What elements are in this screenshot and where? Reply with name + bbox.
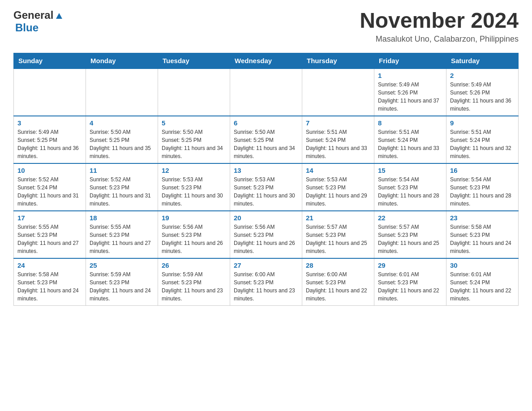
day-number: 9: [450, 119, 515, 127]
calendar-cell: 3Sunrise: 5:49 AM Sunset: 5:25 PM Daylig…: [14, 116, 86, 163]
day-number: 1: [378, 72, 442, 79]
calendar-cell: 26Sunrise: 5:59 AM Sunset: 5:23 PM Dayli…: [158, 258, 230, 306]
calendar-cell: 11Sunrise: 5:52 AM Sunset: 5:23 PM Dayli…: [86, 163, 158, 211]
calendar-week-row: 1Sunrise: 5:49 AM Sunset: 5:26 PM Daylig…: [14, 68, 519, 116]
calendar-cell: [158, 68, 230, 116]
day-number: 17: [17, 214, 82, 222]
day-info: Sunrise: 5:50 AM Sunset: 5:25 PM Dayligh…: [90, 128, 154, 160]
calendar-cell: 6Sunrise: 5:50 AM Sunset: 5:25 PM Daylig…: [230, 116, 302, 163]
day-number: 2: [450, 72, 515, 79]
calendar-cell: 21Sunrise: 5:57 AM Sunset: 5:23 PM Dayli…: [302, 211, 374, 258]
calendar-cell: 19Sunrise: 5:56 AM Sunset: 5:23 PM Dayli…: [158, 211, 230, 258]
day-number: 19: [162, 214, 226, 222]
calendar-cell: 22Sunrise: 5:57 AM Sunset: 5:23 PM Dayli…: [374, 211, 446, 258]
calendar-cell: 20Sunrise: 5:56 AM Sunset: 5:23 PM Dayli…: [230, 211, 302, 258]
day-info: Sunrise: 5:57 AM Sunset: 5:23 PM Dayligh…: [378, 223, 442, 255]
calendar-cell: 23Sunrise: 5:58 AM Sunset: 5:23 PM Dayli…: [446, 211, 519, 258]
day-number: 25: [90, 261, 154, 269]
logo: General Blue: [13, 9, 64, 34]
calendar-cell: 29Sunrise: 6:01 AM Sunset: 5:23 PM Dayli…: [374, 258, 446, 306]
calendar-cell: 12Sunrise: 5:53 AM Sunset: 5:23 PM Dayli…: [158, 163, 230, 211]
day-number: 15: [378, 167, 442, 174]
calendar-cell: [302, 68, 374, 116]
calendar-day-header: Tuesday: [158, 53, 230, 68]
day-info: Sunrise: 5:52 AM Sunset: 5:24 PM Dayligh…: [17, 176, 82, 208]
day-info: Sunrise: 5:50 AM Sunset: 5:25 PM Dayligh…: [234, 128, 298, 160]
day-number: 6: [234, 119, 298, 127]
calendar-cell: 24Sunrise: 5:58 AM Sunset: 5:23 PM Dayli…: [14, 258, 86, 306]
calendar-cell: 14Sunrise: 5:53 AM Sunset: 5:23 PM Dayli…: [302, 163, 374, 211]
calendar-week-row: 10Sunrise: 5:52 AM Sunset: 5:24 PM Dayli…: [14, 163, 519, 211]
calendar-day-header: Thursday: [302, 53, 374, 68]
day-number: 14: [306, 167, 370, 174]
day-number: 11: [90, 167, 154, 174]
calendar-cell: [230, 68, 302, 116]
day-number: 7: [306, 119, 370, 127]
location-text: Masalukot Uno, Calabarzon, Philippines: [360, 34, 519, 44]
day-info: Sunrise: 5:51 AM Sunset: 5:24 PM Dayligh…: [378, 128, 442, 160]
day-number: 22: [378, 214, 442, 222]
calendar-cell: 8Sunrise: 5:51 AM Sunset: 5:24 PM Daylig…: [374, 116, 446, 163]
day-number: 26: [162, 261, 226, 269]
day-info: Sunrise: 6:00 AM Sunset: 5:23 PM Dayligh…: [234, 270, 298, 303]
calendar-cell: 30Sunrise: 6:01 AM Sunset: 5:24 PM Dayli…: [446, 258, 519, 306]
calendar-cell: 16Sunrise: 5:54 AM Sunset: 5:23 PM Dayli…: [446, 163, 519, 211]
calendar-week-row: 17Sunrise: 5:55 AM Sunset: 5:23 PM Dayli…: [14, 211, 519, 258]
day-info: Sunrise: 5:56 AM Sunset: 5:23 PM Dayligh…: [162, 223, 226, 255]
calendar-cell: 5Sunrise: 5:50 AM Sunset: 5:25 PM Daylig…: [158, 116, 230, 163]
day-info: Sunrise: 5:50 AM Sunset: 5:25 PM Dayligh…: [162, 128, 226, 160]
day-number: 16: [450, 167, 515, 174]
calendar-cell: 4Sunrise: 5:50 AM Sunset: 5:25 PM Daylig…: [86, 116, 158, 163]
day-number: 10: [17, 167, 82, 174]
calendar-cell: 18Sunrise: 5:55 AM Sunset: 5:23 PM Dayli…: [86, 211, 158, 258]
day-number: 8: [378, 119, 442, 127]
calendar-cell: [86, 68, 158, 116]
svg-marker-0: [56, 13, 62, 19]
day-info: Sunrise: 5:49 AM Sunset: 5:26 PM Dayligh…: [450, 81, 515, 113]
day-number: 18: [90, 214, 154, 222]
day-info: Sunrise: 5:54 AM Sunset: 5:23 PM Dayligh…: [450, 176, 515, 208]
logo-blue-text: Blue: [15, 21, 39, 34]
calendar-cell: [14, 68, 86, 116]
calendar-week-row: 24Sunrise: 5:58 AM Sunset: 5:23 PM Dayli…: [14, 258, 519, 306]
day-info: Sunrise: 5:49 AM Sunset: 5:25 PM Dayligh…: [17, 128, 82, 160]
calendar-day-header: Friday: [374, 53, 446, 68]
day-info: Sunrise: 5:59 AM Sunset: 5:23 PM Dayligh…: [90, 270, 154, 303]
day-number: 24: [17, 261, 82, 269]
day-number: 4: [90, 119, 154, 127]
calendar-week-row: 3Sunrise: 5:49 AM Sunset: 5:25 PM Daylig…: [14, 116, 519, 163]
calendar-cell: 10Sunrise: 5:52 AM Sunset: 5:24 PM Dayli…: [14, 163, 86, 211]
logo-icon: [54, 11, 64, 21]
day-info: Sunrise: 5:51 AM Sunset: 5:24 PM Dayligh…: [450, 128, 515, 160]
calendar-table: SundayMondayTuesdayWednesdayThursdayFrid…: [13, 53, 519, 306]
day-info: Sunrise: 5:57 AM Sunset: 5:23 PM Dayligh…: [306, 223, 370, 255]
day-info: Sunrise: 5:55 AM Sunset: 5:23 PM Dayligh…: [90, 223, 154, 255]
day-number: 27: [234, 261, 298, 269]
day-info: Sunrise: 5:58 AM Sunset: 5:23 PM Dayligh…: [450, 223, 515, 255]
day-number: 29: [378, 261, 442, 269]
calendar-cell: 2Sunrise: 5:49 AM Sunset: 5:26 PM Daylig…: [446, 68, 519, 116]
day-info: Sunrise: 5:58 AM Sunset: 5:23 PM Dayligh…: [17, 270, 82, 303]
day-info: Sunrise: 5:53 AM Sunset: 5:23 PM Dayligh…: [234, 176, 298, 208]
day-number: 30: [450, 261, 515, 269]
day-number: 23: [450, 214, 515, 222]
day-number: 3: [17, 119, 82, 127]
day-info: Sunrise: 6:00 AM Sunset: 5:23 PM Dayligh…: [306, 270, 370, 303]
calendar-cell: 27Sunrise: 6:00 AM Sunset: 5:23 PM Dayli…: [230, 258, 302, 306]
day-number: 13: [234, 167, 298, 174]
day-info: Sunrise: 5:51 AM Sunset: 5:24 PM Dayligh…: [306, 128, 370, 160]
logo-general-text: General: [13, 9, 53, 21]
calendar-cell: 15Sunrise: 5:54 AM Sunset: 5:23 PM Dayli…: [374, 163, 446, 211]
title-section: November 2024 Masalukot Uno, Calabarzon,…: [360, 9, 519, 44]
day-info: Sunrise: 5:49 AM Sunset: 5:26 PM Dayligh…: [378, 81, 442, 113]
page-header: General Blue November 2024 Masalukot Uno…: [13, 9, 519, 44]
calendar-cell: 9Sunrise: 5:51 AM Sunset: 5:24 PM Daylig…: [446, 116, 519, 163]
day-info: Sunrise: 6:01 AM Sunset: 5:24 PM Dayligh…: [450, 270, 515, 303]
calendar-header-row: SundayMondayTuesdayWednesdayThursdayFrid…: [14, 53, 519, 68]
day-info: Sunrise: 5:59 AM Sunset: 5:23 PM Dayligh…: [162, 270, 226, 303]
calendar-cell: 7Sunrise: 5:51 AM Sunset: 5:24 PM Daylig…: [302, 116, 374, 163]
day-info: Sunrise: 5:52 AM Sunset: 5:23 PM Dayligh…: [90, 176, 154, 208]
day-info: Sunrise: 5:53 AM Sunset: 5:23 PM Dayligh…: [306, 176, 370, 208]
day-info: Sunrise: 5:54 AM Sunset: 5:23 PM Dayligh…: [378, 176, 442, 208]
calendar-day-header: Sunday: [14, 53, 86, 68]
